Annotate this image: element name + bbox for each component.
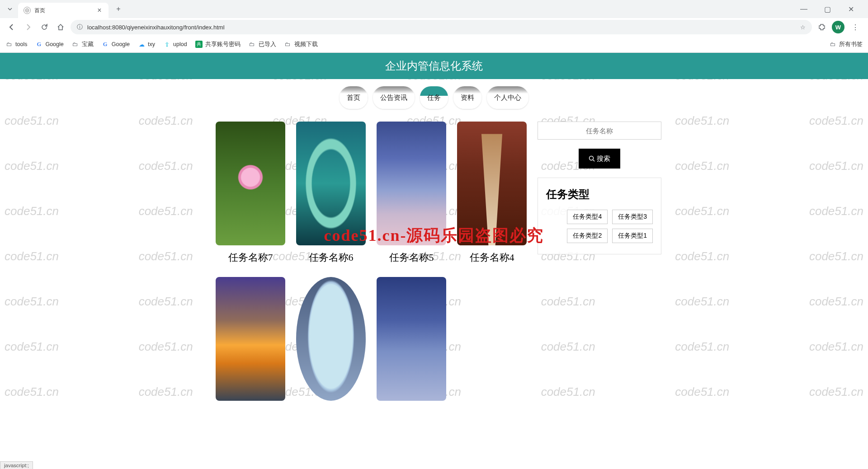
card-title: 任务名称5 xyxy=(377,251,446,264)
reload-button[interactable] xyxy=(38,21,51,33)
home-button[interactable] xyxy=(54,21,67,33)
sidebar: 搜索 任务类型 任务类型4 任务类型3 任务类型2 任务类型1 xyxy=(538,122,661,406)
card-thumb xyxy=(216,277,285,401)
main-nav: 首页 公告资讯 任务 资料 个人中心 xyxy=(0,83,868,113)
search-box xyxy=(538,122,661,140)
svg-point-1 xyxy=(590,156,594,160)
folder-icon: 🗀 xyxy=(249,41,256,48)
category-box: 任务类型 任务类型4 任务类型3 任务类型2 任务类型1 xyxy=(538,178,661,254)
search-button[interactable]: 搜索 xyxy=(579,149,620,169)
address-bar[interactable]: ⓘ localhost:8080/qiyeneixinxihauxitong/f… xyxy=(71,20,812,34)
tag-list: 任务类型4 任务类型3 任务类型2 任务类型1 xyxy=(546,210,653,243)
bookmark-share-pwd[interactable]: 共共享账号密码 xyxy=(195,41,241,48)
card-title: 任务名称7 xyxy=(216,251,285,264)
url-text: localhost:8080/qiyeneixinxihauxitong/fro… xyxy=(87,24,225,31)
bookmark-imported[interactable]: 🗀已导入 xyxy=(249,41,276,48)
folder-icon: 🗀 xyxy=(284,41,292,48)
folder-icon: 🗀 xyxy=(5,41,13,48)
folder-icon: 🗀 xyxy=(829,41,836,48)
tab-title: 首页 xyxy=(34,7,92,14)
nav-task[interactable]: 任务 xyxy=(420,86,448,109)
close-window-button[interactable]: ✕ xyxy=(844,5,857,14)
bookmark-google-2[interactable]: GGoogle xyxy=(102,41,130,48)
nav-personal[interactable]: 个人中心 xyxy=(487,86,528,109)
close-icon[interactable]: × xyxy=(96,7,103,14)
tab-dropdown-icon[interactable] xyxy=(4,3,16,15)
category-tag[interactable]: 任务类型1 xyxy=(612,229,653,243)
card-thumb xyxy=(216,122,285,245)
address-row: ⓘ localhost:8080/qiyeneixinxihauxitong/f… xyxy=(0,18,868,36)
bookmarks-bar: 🗀tools GGoogle 🗀宝藏 GGoogle ☁txy ⇪uplod 共… xyxy=(0,36,868,52)
google-icon: G xyxy=(35,41,42,48)
nav-news[interactable]: 公告资讯 xyxy=(373,86,415,109)
bookmark-all[interactable]: 🗀所有书签 xyxy=(829,41,863,48)
card-thumb xyxy=(377,277,446,401)
task-card[interactable]: 任务名称6 xyxy=(296,122,366,264)
menu-icon[interactable]: ⋮ xyxy=(848,23,863,32)
card-thumb xyxy=(296,122,366,245)
search-input[interactable] xyxy=(538,127,661,135)
task-card[interactable]: 任务名称4 xyxy=(457,122,527,264)
page-viewport: code51.cncode51.cncode51.cncode51.cncode… xyxy=(0,53,868,469)
forward-button[interactable] xyxy=(22,21,34,33)
google-icon: G xyxy=(102,41,109,48)
back-button[interactable] xyxy=(5,21,18,33)
search-icon xyxy=(589,155,595,162)
cloud-icon: ☁ xyxy=(138,41,145,48)
content: 任务名称7 任务名称6 任务名称5 任务名称4 搜索 任务类型 任务类型4 任务… xyxy=(0,113,868,424)
maximize-button[interactable]: ▢ xyxy=(821,5,834,14)
page-title-banner: 企业内管信息化系统 xyxy=(0,53,868,79)
task-card[interactable]: 任务名称5 xyxy=(377,122,446,264)
browser-chrome: 首页 × + — ▢ ✕ ⓘ localhost:8080/qiyeneixin… xyxy=(0,0,868,53)
task-card[interactable] xyxy=(216,277,285,406)
bookmark-google[interactable]: GGoogle xyxy=(35,41,63,48)
browser-tab[interactable]: 首页 × xyxy=(18,3,108,18)
share-icon: 共 xyxy=(195,41,203,48)
page-title: 企业内管信息化系统 xyxy=(385,59,483,73)
card-thumb xyxy=(296,277,366,401)
bookmark-video-dl[interactable]: 🗀视频下载 xyxy=(284,41,318,48)
profile-avatar[interactable]: W xyxy=(832,21,844,33)
extensions-icon[interactable] xyxy=(816,21,828,33)
card-title: 任务名称4 xyxy=(457,251,527,264)
search-button-label: 搜索 xyxy=(597,155,610,163)
nav-material[interactable]: 资料 xyxy=(453,86,481,109)
card-title: 任务名称6 xyxy=(296,251,366,264)
category-tag[interactable]: 任务类型3 xyxy=(612,210,653,224)
status-bar: javascript:; xyxy=(0,461,33,469)
folder-icon: 🗀 xyxy=(72,41,79,48)
bookmark-upload[interactable]: ⇪uplod xyxy=(163,41,187,48)
task-card[interactable]: 任务名称7 xyxy=(216,122,285,264)
bookmark-baozang[interactable]: 🗀宝藏 xyxy=(72,41,94,48)
task-card[interactable] xyxy=(377,277,446,406)
minimize-button[interactable]: — xyxy=(797,5,810,14)
category-tag[interactable]: 任务类型2 xyxy=(567,229,608,243)
upload-icon: ⇪ xyxy=(163,41,170,48)
card-thumb xyxy=(377,122,446,245)
card-grid: 任务名称7 任务名称6 任务名称5 任务名称4 xyxy=(216,122,527,406)
star-icon[interactable]: ☆ xyxy=(800,24,806,31)
globe-icon xyxy=(24,7,31,14)
bookmark-txy[interactable]: ☁txy xyxy=(138,41,155,48)
nav-home[interactable]: 首页 xyxy=(340,86,368,109)
task-card[interactable] xyxy=(296,277,366,406)
card-thumb xyxy=(457,122,527,245)
category-title: 任务类型 xyxy=(546,187,653,202)
new-tab-button[interactable]: + xyxy=(112,3,125,15)
info-icon[interactable]: ⓘ xyxy=(77,23,83,31)
category-tag[interactable]: 任务类型4 xyxy=(567,210,608,224)
bookmark-tools[interactable]: 🗀tools xyxy=(5,41,27,48)
tab-strip: 首页 × + — ▢ ✕ xyxy=(0,0,868,18)
